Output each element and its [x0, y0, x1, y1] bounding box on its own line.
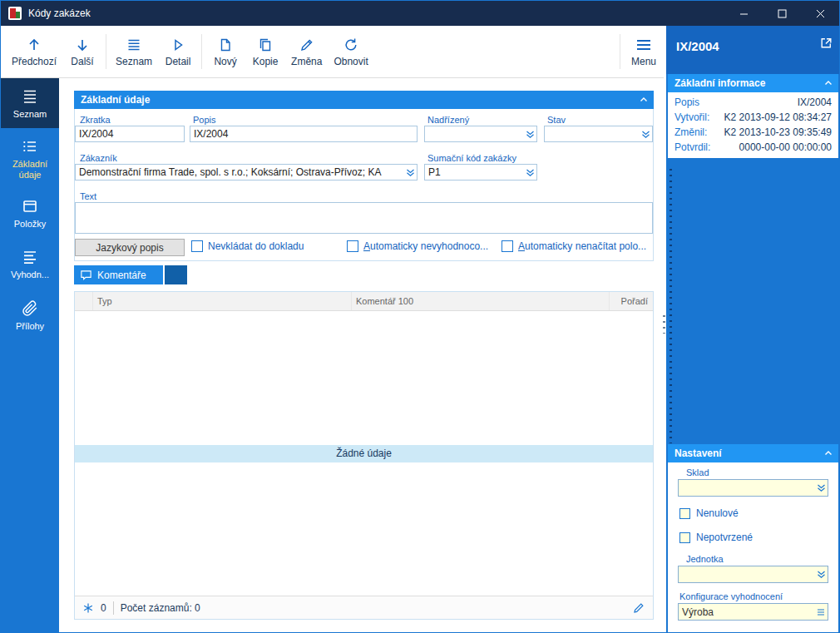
info-value: K2 2013-09-12 08:34:27 [724, 111, 832, 123]
info-label: Popis [674, 96, 699, 108]
zakaznik-combo[interactable] [75, 164, 418, 181]
checkbox-box-icon[interactable] [679, 532, 690, 543]
zkratka-input[interactable] [75, 126, 185, 142]
jednotka-combo[interactable] [678, 566, 828, 583]
detail-play-icon [170, 36, 186, 54]
sidebar-item-seznam[interactable]: Seznam [1, 78, 59, 128]
toolbar-button-detail[interactable]: Detail [158, 28, 198, 75]
dropdown-icon[interactable] [817, 570, 826, 579]
konfigurace-input[interactable] [679, 604, 828, 620]
collapse-chevron-icon[interactable] [823, 448, 833, 458]
sidebar-item-label: Základní údaje [2, 159, 57, 181]
edit-pencil-icon[interactable] [632, 601, 645, 615]
checkbox-automaticky-nenacitat[interactable]: Automaticky nenačítat polo... [502, 240, 646, 252]
menu-button[interactable]: Menu [624, 28, 664, 75]
info-row: Potvrdil: 0000-00-00 00:00:00 [668, 140, 838, 155]
table-header-marker[interactable] [75, 292, 93, 310]
sidebar-item-vyhodnoceni[interactable]: Vyhodn... [1, 238, 59, 289]
status-separator [113, 601, 114, 615]
sumacni-kod-combo[interactable] [424, 164, 537, 181]
dropdown-icon[interactable] [406, 168, 415, 177]
toolbar-button-dalsi[interactable]: Další [62, 28, 102, 75]
checkbox-nevkladat[interactable]: Nevkládat do dokladu [191, 240, 304, 252]
checkbox-label: Automaticky nevyhodnoco... [363, 240, 488, 252]
toolbar-button-label: Další [71, 56, 93, 67]
sklad-combo[interactable] [678, 479, 828, 497]
checkbox-nenulove[interactable]: Nenulové [679, 507, 739, 519]
dropdown-icon[interactable] [817, 483, 826, 492]
sidebar-item-label: Seznam [13, 109, 47, 120]
toolbar-button-novy[interactable]: Nový [205, 28, 245, 75]
konfigurace-combo[interactable] [678, 603, 828, 621]
toolbar-button-kopie[interactable]: Kopie [245, 28, 285, 75]
panel-splitter-handle[interactable] [663, 315, 665, 334]
maximize-button[interactable] [763, 1, 801, 26]
titlebar: Kódy zakázek [1, 1, 839, 26]
collapse-chevron-icon[interactable] [639, 95, 649, 105]
settings-section-body: Sklad Nenulové Nepotvrzené Jednotka [668, 462, 838, 633]
nadrizeny-input[interactable] [425, 126, 536, 141]
minimize-button[interactable] [724, 1, 763, 26]
settings-section-header: Nastavení [668, 444, 838, 462]
table-body[interactable]: Žádné údaje [75, 311, 653, 596]
toolbar-separator [620, 34, 620, 69]
panel-dotted-splitter[interactable] [670, 169, 672, 443]
popis-input[interactable] [190, 126, 418, 142]
sklad-input[interactable] [679, 480, 828, 496]
new-document-icon [217, 36, 234, 54]
info-section-body: Popis IX/2004 Vytvořil: K2 2013-09-12 08… [668, 92, 838, 158]
field-label-stav: Stav [547, 115, 566, 125]
edit-pencil-icon [299, 36, 315, 54]
sumacni-kod-input[interactable] [425, 165, 536, 180]
external-link-icon[interactable] [819, 36, 833, 50]
toolbar-button-zmena[interactable]: Změna [285, 28, 328, 75]
jazykovy-popis-button[interactable]: Jazykový popis [75, 239, 185, 256]
menu-icon [635, 36, 653, 54]
table-header-komentar[interactable]: Komentář 100 [352, 292, 610, 310]
toolbar-button-seznam[interactable]: Seznam [110, 28, 158, 75]
tab-label: Komentáře [97, 270, 146, 281]
checkbox-label: Automaticky nenačítat polo... [518, 240, 646, 252]
menu-button-label: Menu [631, 56, 656, 67]
sidebar-item-zakladni-udaje[interactable]: Základní údaje [1, 128, 59, 188]
checkbox-box-icon[interactable] [347, 240, 358, 252]
dropdown-icon[interactable] [641, 130, 650, 139]
menu-icon[interactable] [816, 607, 826, 617]
toolbar: Předchozí Další Seznam Detail Nový [1, 26, 664, 78]
form-list-icon [21, 136, 39, 156]
sidebar-item-label: Vyhodn... [11, 270, 49, 280]
tab-secondary[interactable] [165, 265, 187, 284]
sidebar-item-polozky[interactable]: Položky [1, 188, 59, 238]
sklad-label: Sklad [686, 467, 709, 477]
form-area: Zkratka Popis Nadřízený Stav Zákazník [74, 109, 654, 261]
stav-input[interactable] [545, 126, 652, 141]
checkbox-box-icon[interactable] [191, 240, 203, 252]
tab-komentare[interactable]: Komentáře [74, 265, 163, 284]
nadrizeny-combo[interactable] [424, 126, 537, 142]
dropdown-icon[interactable] [526, 130, 535, 139]
dropdown-icon[interactable] [526, 168, 535, 177]
collapse-chevron-icon[interactable] [823, 78, 833, 88]
checkbox-automaticky-nevyhodnocovat[interactable]: Automaticky nevyhodnoco... [347, 240, 488, 252]
sidebar-item-prilohy[interactable]: Přílohy [1, 289, 59, 341]
text-input[interactable] [75, 202, 653, 234]
toolbar-button-obnovit[interactable]: Obnovit [328, 28, 373, 75]
checkbox-box-icon[interactable] [679, 508, 690, 519]
stav-combo[interactable] [544, 126, 653, 142]
zakaznik-input[interactable] [76, 165, 417, 180]
items-panel-icon [21, 196, 39, 216]
jednotka-input[interactable] [679, 566, 828, 582]
arrow-down-icon [74, 36, 91, 54]
toolbar-button-predchozi[interactable]: Předchozí [6, 28, 62, 75]
info-section-header: Základní informace [668, 74, 838, 92]
close-button[interactable] [801, 1, 839, 26]
table-header-poradi[interactable]: Pořadí [610, 292, 653, 310]
info-row: Změnil: K2 2013-10-23 09:35:49 [668, 125, 838, 140]
field-label-zkratka: Zkratka [80, 115, 111, 125]
checkbox-nepotvrzene[interactable]: Nepotvrzené [679, 532, 753, 543]
field-label-zakaznik: Zákazník [80, 153, 117, 163]
table-header-typ[interactable]: Typ [93, 292, 352, 310]
toolbar-button-label: Nový [214, 56, 236, 67]
checkbox-box-icon[interactable] [502, 240, 513, 252]
comment-icon [80, 269, 92, 281]
